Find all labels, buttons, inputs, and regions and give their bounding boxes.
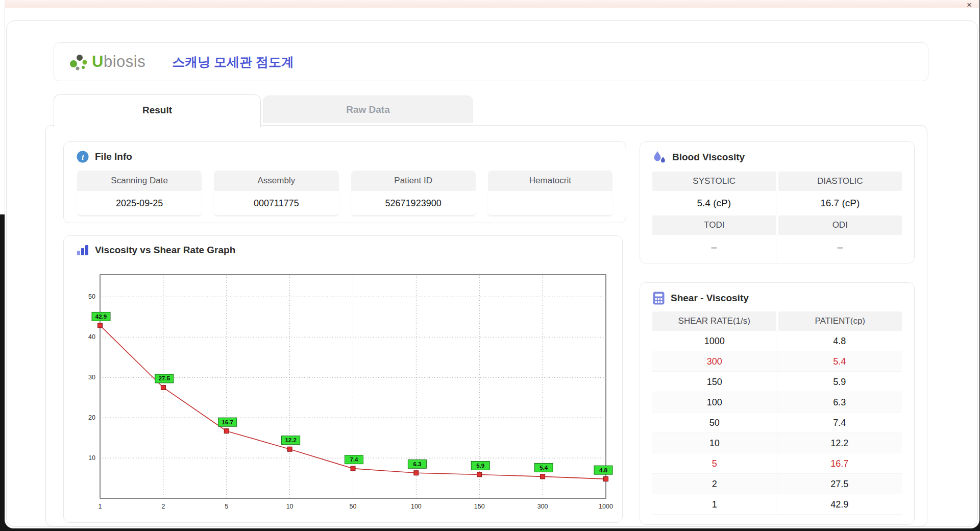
svg-text:1000: 1000 [599, 503, 613, 510]
bv-header-cell: ODI [778, 215, 902, 235]
bv-header-cell: DIASTOLIC [778, 172, 902, 191]
sv-column-header: SHEAR RATE(1/s) [652, 311, 776, 331]
table-row: 50 7.4 [652, 413, 902, 433]
viscosity-chart: 10203040501251050100150300100042.927.516… [72, 268, 613, 516]
shear-viscosity-title: Shear - Viscosity [671, 293, 749, 304]
field-label: Scanning Date [77, 171, 202, 191]
sv-value-cell: 5.4 [777, 351, 902, 372]
bv-value-cell: 5.4 (cP) [652, 191, 776, 215]
field-label: Patient ID [351, 171, 476, 191]
sv-value-cell: 42.9 [777, 494, 902, 515]
sv-value-cell: 7.4 [777, 413, 902, 433]
sv-value-cell: 12.2 [777, 433, 902, 453]
svg-text:10: 10 [286, 503, 293, 510]
table-row: 150 5.9 [652, 372, 902, 392]
svg-text:150: 150 [474, 503, 485, 510]
svg-text:27.5: 27.5 [159, 375, 170, 381]
shear-viscosity-table-body: 1000 4.8 300 5.4 150 5.9 100 6.3 50 7.4 … [652, 331, 902, 515]
window-titlebar: × [5, 0, 979, 8]
main-card: Ubiosis 스캐닝 모세관 점도계 Result Raw Data i Fi… [6, 20, 978, 527]
tab-raw-data[interactable]: Raw Data [263, 95, 473, 123]
bv-value-cell: – [778, 235, 902, 259]
svg-text:42.9: 42.9 [95, 313, 107, 320]
sv-value-cell: 5.9 [777, 372, 902, 392]
close-icon[interactable]: × [967, 1, 972, 9]
field-value: 2025-09-25 [77, 191, 202, 215]
table-row: 5 16.7 [652, 453, 902, 474]
svg-text:1: 1 [99, 503, 102, 510]
file-info-card: i File Info Scanning Date 2025-09-25 Ass… [63, 141, 626, 223]
tab-result[interactable]: Result [54, 94, 261, 127]
sv-rate-cell: 1000 [652, 331, 777, 351]
file-info-field: Hematocrit [488, 171, 612, 215]
content-panel: i File Info Scanning Date 2025-09-25 Ass… [45, 125, 927, 526]
file-info-field: Patient ID 52671923900 [351, 171, 476, 215]
file-info-field: Scanning Date 2025-09-25 [77, 171, 202, 215]
table-row: 1 42.9 [652, 494, 902, 515]
sv-value-cell: 16.7 [777, 453, 902, 474]
shear-viscosity-table: SHEAR RATE(1/s)PATIENT(cp) 1000 4.8 300 … [652, 311, 902, 515]
svg-text:10: 10 [88, 454, 95, 462]
logo-dots-icon [68, 51, 90, 73]
shear-viscosity-title-row: Shear - Viscosity [640, 283, 914, 305]
file-info-field: Assembly 000711775 [214, 171, 338, 215]
field-value: 52671923900 [351, 191, 476, 215]
svg-text:5.9: 5.9 [476, 463, 484, 469]
svg-text:12.2: 12.2 [285, 437, 296, 443]
sv-rate-cell: 1 [652, 494, 777, 515]
sv-value-cell: 4.8 [777, 331, 902, 351]
sv-column-header: PATIENT(cp) [778, 311, 902, 331]
svg-text:30: 30 [88, 374, 95, 381]
svg-text:2: 2 [161, 503, 165, 510]
header-card: Ubiosis 스캐닝 모세관 점도계 [54, 42, 928, 81]
graph-title-row: Viscosity vs Shear Rate Graph [64, 236, 622, 256]
svg-text:6.3: 6.3 [413, 461, 421, 467]
file-info-fields: Scanning Date 2025-09-25 Assembly 000711… [77, 171, 612, 215]
ubiosis-logo: Ubiosis [68, 51, 145, 73]
graph-card: Viscosity vs Shear Rate Graph 1020304050… [63, 235, 623, 523]
svg-text:100: 100 [411, 503, 422, 510]
shear-viscosity-card: Shear - Viscosity SHEAR RATE(1/s)PATIENT… [640, 282, 915, 525]
table-row: 100 6.3 [652, 392, 902, 413]
app-window: × Ubiosis 스캐닝 모세관 점도계 Result Raw Data [5, 0, 979, 528]
sv-rate-cell: 300 [652, 351, 777, 372]
sv-rate-cell: 100 [652, 392, 777, 413]
svg-text:5: 5 [225, 503, 228, 510]
svg-text:50: 50 [88, 293, 95, 300]
logo-letters-biosis: biosis [104, 53, 145, 70]
droplet-icon [652, 150, 667, 164]
field-value [488, 191, 612, 215]
bar-chart-icon [76, 244, 89, 256]
bv-value-cell: 16.7 (cP) [778, 191, 902, 215]
table-row: 300 5.4 [652, 351, 902, 372]
svg-text:7.4: 7.4 [350, 456, 359, 463]
svg-text:20: 20 [88, 414, 95, 421]
blood-viscosity-title: Blood Viscosity [672, 152, 745, 163]
graph-title: Viscosity vs Shear Rate Graph [95, 245, 235, 256]
svg-text:50: 50 [350, 503, 357, 510]
field-label: Assembly [214, 171, 338, 191]
app-title: 스캐닝 모세관 점도계 [172, 54, 294, 70]
field-label: Hematocrit [488, 171, 612, 191]
blood-viscosity-table: SYSTOLIC DIASTOLIC 5.4 (cP) 16.7 (cP)TOD… [652, 172, 902, 259]
svg-text:5.4: 5.4 [540, 465, 548, 471]
file-info-title: File Info [95, 151, 132, 162]
sv-rate-cell: 150 [652, 372, 777, 392]
bv-header-cell: TODI [652, 215, 776, 235]
svg-text:300: 300 [537, 503, 548, 510]
sv-rate-cell: 10 [652, 433, 777, 453]
sv-rate-cell: 50 [652, 413, 777, 433]
sv-value-cell: 6.3 [777, 392, 902, 413]
info-icon: i [76, 150, 89, 163]
sv-value-cell: 27.5 [777, 474, 902, 494]
sv-rate-cell: 2 [652, 474, 777, 494]
table-row: 1000 4.8 [652, 331, 902, 351]
bv-header-cell: SYSTOLIC [652, 172, 776, 191]
field-value: 000711775 [214, 191, 338, 215]
svg-text:40: 40 [88, 333, 95, 341]
bv-value-cell: – [652, 235, 776, 259]
shear-viscosity-table-header: SHEAR RATE(1/s)PATIENT(cp) [652, 311, 902, 331]
logo-letter-u: U [92, 53, 104, 70]
blood-viscosity-title-row: Blood Viscosity [640, 142, 914, 164]
table-row: 10 12.2 [652, 433, 902, 453]
